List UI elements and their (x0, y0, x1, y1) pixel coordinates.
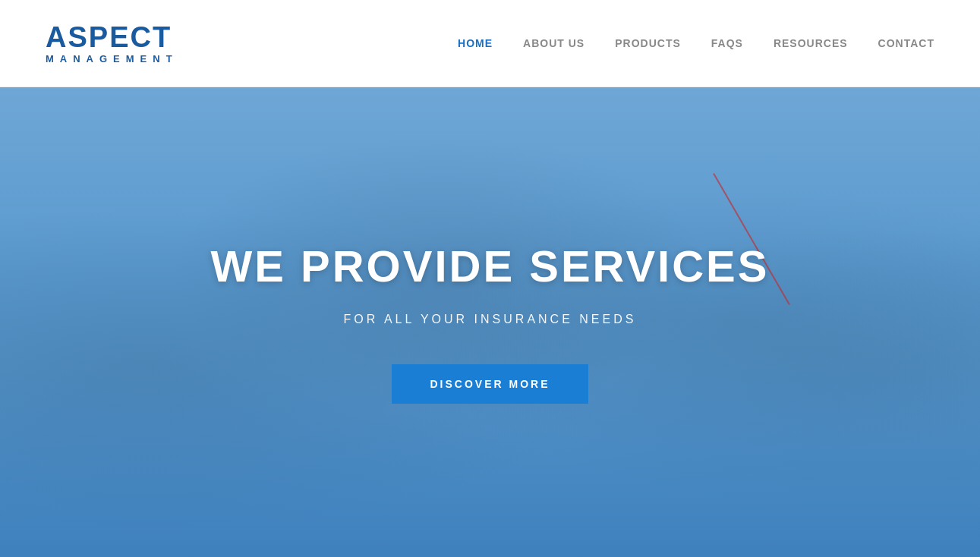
hero-content: WE PROVIDE SERVICES FOR ALL YOUR INSURAN… (211, 241, 770, 404)
logo[interactable]: ASPECT MANAGEMENT (46, 23, 178, 65)
nav-item-resources[interactable]: RESOURCES (774, 37, 848, 49)
nav-item-about[interactable]: ABOUT US (523, 37, 585, 49)
hero-title-bold: SERVICES (529, 241, 769, 291)
nav-item-home[interactable]: HOME (458, 37, 493, 49)
hero-title: WE PROVIDE SERVICES (211, 241, 770, 291)
nav-item-contact[interactable]: CONTACT (878, 37, 934, 49)
navigation: HOME ABOUT US PRODUCTS FAQS RESOURCES CO… (458, 37, 934, 49)
logo-tagline: MANAGEMENT (46, 53, 178, 65)
nav-item-faqs[interactable]: FAQS (711, 37, 743, 49)
hero-title-prefix: WE PROVIDE (211, 241, 530, 291)
header: ASPECT MANAGEMENT HOME ABOUT US PRODUCTS… (0, 0, 980, 87)
hero-section: WE PROVIDE SERVICES FOR ALL YOUR INSURAN… (0, 87, 980, 557)
nav-item-products[interactable]: PRODUCTS (615, 37, 681, 49)
logo-name: ASPECT (46, 23, 172, 52)
hero-subtitle: FOR ALL YOUR INSURANCE NEEDS (211, 313, 770, 326)
discover-more-button[interactable]: DISCOVER MORE (392, 364, 588, 404)
